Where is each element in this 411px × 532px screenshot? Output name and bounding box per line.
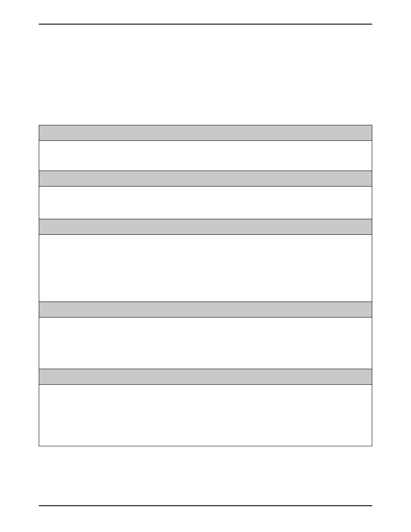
table-row: [39, 302, 372, 317]
table-row: [39, 219, 372, 235]
table-row: [39, 235, 372, 302]
document-page: [0, 0, 411, 532]
table-row: [39, 171, 372, 187]
table-row: [39, 317, 372, 369]
table-row: [39, 385, 372, 446]
footer-rule: [39, 505, 372, 506]
table-row: [39, 125, 372, 141]
table-row: [39, 141, 372, 171]
table-row: [39, 187, 372, 219]
content-table: [39, 125, 372, 446]
header-rule: [39, 24, 372, 25]
table-row: [39, 369, 372, 385]
